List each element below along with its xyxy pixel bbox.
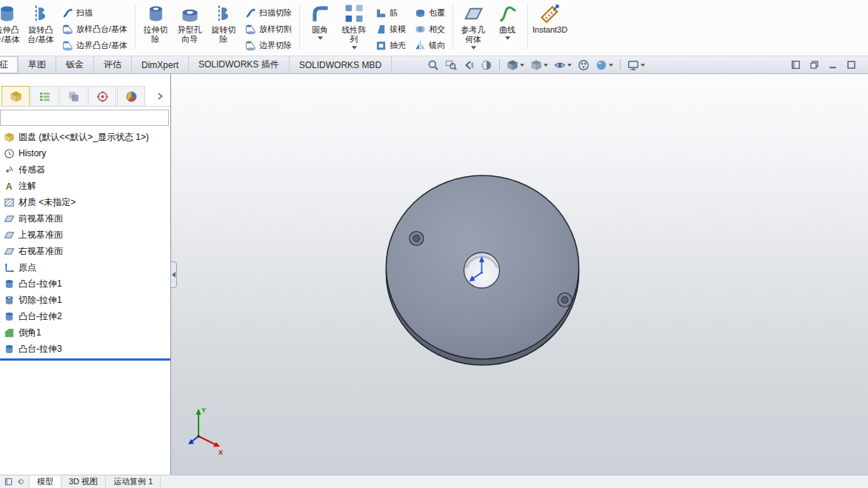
revolved-cut-label: 旋转切除 (209, 25, 238, 44)
tree-item-sensors[interactable]: 传感器 (0, 161, 170, 178)
disc-part[interactable] (386, 176, 578, 365)
tab-solidworks-add-ins[interactable]: SOLIDWORKS 插件 (189, 56, 290, 73)
zoom-fit-icon (427, 59, 439, 71)
float-window-button[interactable] (791, 60, 801, 70)
chevron-down-icon (609, 64, 613, 67)
panel-tab-displaymanager[interactable] (117, 86, 145, 106)
tab-3d-views[interactable]: 3D 视图 (61, 475, 106, 488)
reference-geometry-button[interactable]: 参考几何体 (456, 2, 490, 50)
mounting-hole-right-bore[interactable] (561, 297, 568, 304)
3d-model-view[interactable]: Y X (171, 74, 868, 475)
featuremanager-filter[interactable] (0, 110, 169, 126)
tab-scroll-button[interactable] (16, 478, 24, 486)
revolved-cut-button[interactable]: 旋转切除 (207, 2, 241, 44)
revolved-cut-icon (214, 4, 234, 24)
tab-sketch[interactable]: 草图 (19, 56, 56, 73)
tree-item-material[interactable]: 材质 <未指定> (0, 194, 170, 210)
float-window-icon (791, 60, 801, 70)
triad-y-label: Y (201, 407, 206, 414)
headsup-view-toolbar (424, 56, 648, 73)
tab-evaluate[interactable]: 评估 (94, 56, 132, 73)
lofted-cut-button[interactable]: 放样切割 (242, 21, 295, 37)
apply-scene-icon (595, 59, 607, 71)
material-icon (4, 197, 15, 208)
hole-wizard-icon (180, 4, 200, 24)
tree-root-part[interactable]: 圆盘 (默认<<默认>_显示状态 1>) (0, 129, 170, 145)
tab-motion-study-1[interactable]: 运动算例 1 (106, 475, 161, 488)
pane-menu-button[interactable] (4, 478, 13, 486)
tree-item-sensors-label: 传感器 (19, 164, 45, 176)
section-view-button[interactable] (478, 58, 495, 73)
plane-icon (4, 246, 15, 257)
boundary-boss-button[interactable]: 边界凸台/基体 (59, 37, 130, 53)
tree-item-boss-extrude3[interactable]: 凸台-拉伸3 (0, 341, 170, 357)
hide-show-items-button[interactable] (551, 58, 575, 73)
tree-item-origin[interactable]: 原点 (0, 259, 170, 275)
extruded-boss-base-button[interactable]: 拉伸凸台/基体 (0, 2, 24, 44)
minimize-window-button[interactable] (828, 60, 838, 70)
tab-dimxpert[interactable]: DimXpert (132, 56, 189, 73)
lofted-boss-icon (62, 24, 73, 35)
revolved-boss-base-button[interactable]: 旋转凸台/基体 (24, 2, 58, 44)
mirror-button[interactable]: 镜向 (412, 37, 448, 53)
mounting-hole-left-bore[interactable] (413, 235, 420, 242)
maximize-window-button[interactable] (847, 60, 856, 70)
apply-scene-button[interactable] (592, 58, 616, 73)
tab-sheet-metal[interactable]: 钣金 (56, 56, 94, 73)
panel-splitter-handle[interactable] (170, 261, 177, 288)
view-orientation-button[interactable] (504, 58, 527, 73)
display-style-icon (530, 59, 542, 71)
tab-solidworks-mbd[interactable]: SOLIDWORKS MBD (290, 56, 392, 73)
swept-boss-button[interactable]: 扫描 (59, 4, 130, 21)
panel-tab-dimxpertmanager[interactable] (88, 86, 116, 106)
extruded-cut-button[interactable]: 拉伸切除 (138, 2, 173, 44)
tree-item-front-plane[interactable]: 前视基准面 (0, 210, 170, 227)
fillet-button[interactable]: 圆角 (303, 2, 337, 40)
tree-item-chamfer1[interactable]: 倒角1 (0, 324, 170, 341)
cut-extrude-icon (4, 295, 15, 306)
ribbon-group-2: 扫描放样凸台/基体边界凸台/基体 (59, 2, 130, 53)
tree-item-material-label: 材质 <未指定> (19, 196, 76, 209)
display-style-button[interactable] (527, 58, 551, 73)
zoom-fit-button[interactable] (424, 58, 442, 73)
tree-item-annotations[interactable]: 注解 (0, 178, 170, 194)
swept-cut-button[interactable]: 扫描切除 (242, 4, 295, 21)
tab-model[interactable]: 模型 (30, 475, 61, 488)
graphics-area[interactable]: Y X (171, 74, 868, 475)
tree-item-history[interactable]: History (0, 145, 170, 161)
intersect-button[interactable]: 相交 (412, 21, 448, 37)
edit-appearance-button[interactable] (575, 58, 592, 73)
tree-item-top-plane[interactable]: 上视基准面 (0, 227, 170, 243)
restore-window-button[interactable] (809, 60, 819, 70)
tree-item-boss-extrude1[interactable]: 凸台-拉伸1 (0, 275, 170, 292)
ribbon-separator (527, 4, 528, 50)
panel-tab-featuremanager[interactable] (1, 86, 30, 106)
panel-tab-propertymanager[interactable] (30, 86, 59, 106)
hole-wizard-button[interactable]: 异型孔向导 (173, 2, 207, 44)
shell-button[interactable]: 抽壳 (373, 37, 409, 53)
wrap-button[interactable]: 包覆 (412, 4, 448, 21)
previous-view-button[interactable] (460, 58, 478, 73)
curves-button[interactable]: 曲线 (490, 2, 524, 40)
rib-button[interactable]: 筋 (373, 4, 409, 21)
linear-pattern-button[interactable]: 线性阵列 (337, 2, 371, 50)
boundary-cut-button[interactable]: 边界切除 (242, 37, 295, 53)
lofted-boss-button[interactable]: 放样凸台/基体 (59, 21, 130, 37)
rollback-bar[interactable] (0, 358, 170, 361)
lofted-cut-label: 放样切割 (259, 24, 292, 35)
zoom-area-button[interactable] (442, 58, 460, 73)
reference-triad: Y X (188, 407, 223, 456)
intersect-icon (415, 24, 426, 35)
tab-features[interactable]: 特征 (0, 56, 19, 73)
draft-button[interactable]: 拔模 (373, 21, 409, 37)
tree-item-right-plane[interactable]: 右视基准面 (0, 243, 170, 259)
tab-solidworks-mbd-label: SOLIDWORKS MBD (299, 60, 381, 70)
tree-item-boss-extrude2[interactable]: 凸台-拉伸2 (0, 308, 170, 324)
window-controls (791, 56, 868, 73)
panel-tab-configurationmanager[interactable] (59, 86, 87, 106)
view-settings-button[interactable] (624, 58, 648, 73)
view-settings-icon (627, 59, 639, 71)
panel-flyout-button[interactable] (151, 90, 169, 102)
instant3d-button[interactable]: Instant3D (531, 2, 569, 35)
tree-item-cut-extrude1[interactable]: 切除-拉伸1 (0, 292, 170, 308)
